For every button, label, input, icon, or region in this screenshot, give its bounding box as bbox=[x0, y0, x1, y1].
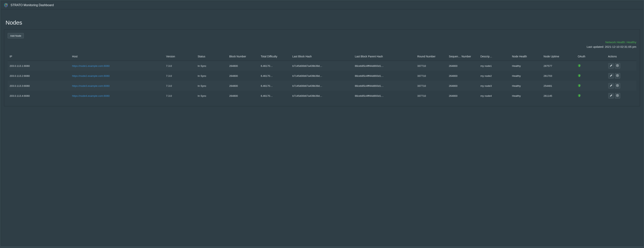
cell-actions bbox=[606, 71, 636, 81]
cell-last-block-parent-hash: 66ceb85c4fff44d893d1… bbox=[353, 61, 415, 71]
cell-last-block-hash: b7145d00b67a439b39d… bbox=[290, 71, 353, 81]
host-link[interactable]: https://node3.example.com:8080 bbox=[72, 84, 110, 87]
col-desc[interactable]: Descrip… bbox=[478, 53, 510, 61]
cell-status: In Sync bbox=[196, 71, 227, 81]
table-row: 203.0.113.4:8080 https://node4.example.c… bbox=[8, 91, 636, 101]
remove-node-button[interactable] bbox=[615, 63, 620, 69]
topbar: STRATO Monitoring Dashboard bbox=[1, 1, 643, 10]
cell-sequence-number: 264800 bbox=[447, 81, 478, 91]
cell-ip: 203.0.113.4:8080 bbox=[8, 91, 70, 101]
page-body: Nodes Add Node Network Health: Healthy L… bbox=[1, 10, 643, 114]
col-seq[interactable]: Sequen… Number bbox=[447, 53, 478, 61]
cell-last-block-hash: b7145d00b67a439b39d… bbox=[290, 81, 353, 91]
cell-block-number: 264800 bbox=[227, 71, 259, 81]
cell-actions bbox=[606, 81, 636, 91]
app-title: STRATO Monitoring Dashboard bbox=[10, 4, 54, 7]
remove-node-button[interactable] bbox=[615, 73, 620, 79]
remove-node-button[interactable] bbox=[615, 83, 620, 89]
cell-node-uptime: 287577 bbox=[542, 61, 576, 71]
col-status[interactable]: Status bbox=[196, 53, 227, 61]
col-actions[interactable]: Actions bbox=[606, 53, 636, 61]
cell-node-health: Healthy bbox=[510, 81, 542, 91]
col-uptime[interactable]: Node Uptime bbox=[542, 53, 576, 61]
cell-ip: 203.0.113.2:8080 bbox=[8, 71, 70, 81]
host-link[interactable]: https://node4.example.com:8080 bbox=[72, 94, 110, 97]
cell-version: 7.3.0 bbox=[164, 61, 196, 71]
remove-node-button[interactable] bbox=[615, 93, 620, 98]
cell-description: my node3 bbox=[478, 81, 510, 91]
edit-node-button[interactable] bbox=[608, 93, 614, 98]
cell-description: my node1 bbox=[478, 61, 510, 71]
cell-description: my node2 bbox=[478, 71, 510, 81]
col-host[interactable]: Host bbox=[70, 53, 164, 61]
add-node-button[interactable]: Add Node bbox=[8, 33, 24, 38]
cell-node-health: Healthy bbox=[510, 91, 542, 101]
cell-last-block-parent-hash: 66ceb85c4fff44d893d1… bbox=[353, 91, 415, 101]
col-round[interactable]: Round Number bbox=[415, 53, 447, 61]
cell-node-uptime: 261703 bbox=[542, 71, 576, 81]
cell-node-health: Healthy bbox=[510, 61, 542, 71]
shield-icon bbox=[578, 65, 581, 68]
cell-round-number: 337710 bbox=[415, 81, 447, 91]
cell-status: In Sync bbox=[196, 61, 227, 71]
cell-last-block-parent-hash: 66ceb85c4fff44d893d1… bbox=[353, 71, 415, 81]
pencil-icon bbox=[610, 74, 612, 78]
app-logo-icon bbox=[4, 3, 8, 8]
cell-sequence-number: 264800 bbox=[447, 61, 478, 71]
nodes-card: Add Node Network Health: Healthy Last up… bbox=[4, 29, 640, 106]
cell-ip: 203.0.113.3:8080 bbox=[8, 81, 70, 91]
col-oauth[interactable]: OAuth bbox=[576, 53, 606, 61]
edit-node-button[interactable] bbox=[608, 73, 614, 79]
close-circle-icon bbox=[616, 74, 619, 78]
edit-node-button[interactable] bbox=[608, 83, 614, 89]
close-circle-icon bbox=[616, 84, 619, 88]
cell-node-uptime: 254481 bbox=[542, 81, 576, 91]
col-ip[interactable]: IP bbox=[8, 53, 70, 61]
edit-node-button[interactable] bbox=[608, 63, 614, 69]
nodes-table: IP Host Version Status Block Number Tota… bbox=[8, 53, 636, 101]
cell-block-number: 264800 bbox=[227, 81, 259, 91]
close-circle-icon bbox=[616, 94, 619, 98]
cell-description: my node4 bbox=[478, 91, 510, 101]
cell-node-health: Healthy bbox=[510, 71, 542, 81]
col-diff[interactable]: Total Difficulty bbox=[259, 53, 290, 61]
col-health[interactable]: Node Health bbox=[510, 53, 542, 61]
cell-sequence-number: 264800 bbox=[447, 71, 478, 81]
col-block[interactable]: Block Number bbox=[227, 53, 259, 61]
cell-round-number: 337710 bbox=[415, 71, 447, 81]
cell-version: 7.3.0 bbox=[164, 91, 196, 101]
table-row: 203.0.113.3:8080 https://node3.example.c… bbox=[8, 81, 636, 91]
cell-version: 7.3.0 bbox=[164, 81, 196, 91]
cell-block-number: 264800 bbox=[227, 91, 259, 101]
cell-host: https://node4.example.com:8080 bbox=[70, 91, 164, 101]
cell-actions bbox=[606, 91, 636, 101]
cell-status: In Sync bbox=[196, 91, 227, 101]
shield-icon bbox=[578, 95, 581, 98]
cell-host: https://node1.example.com:8080 bbox=[70, 61, 164, 71]
cell-last-block-parent-hash: 66ceb85c4fff44d893d1… bbox=[353, 81, 415, 91]
cell-oauth bbox=[576, 61, 606, 71]
host-link[interactable]: https://node2.example.com:8080 bbox=[72, 75, 110, 77]
table-row: 203.0.113.2:8080 https://node2.example.c… bbox=[8, 71, 636, 81]
col-version[interactable]: Version bbox=[164, 53, 196, 61]
cell-oauth bbox=[576, 81, 606, 91]
cell-round-number: 337710 bbox=[415, 61, 447, 71]
host-link[interactable]: https://node1.example.com:8080 bbox=[72, 65, 110, 67]
col-hash1[interactable]: Last Block Hash bbox=[290, 53, 353, 61]
cell-actions bbox=[606, 61, 636, 71]
cell-host: https://node3.example.com:8080 bbox=[70, 81, 164, 91]
table-row: 203.0.113.1:8080 https://node1.example.c… bbox=[8, 61, 636, 71]
cell-oauth bbox=[576, 91, 606, 101]
cell-last-block-hash: b7145d00b67a439b39d… bbox=[290, 91, 353, 101]
shield-icon bbox=[578, 85, 581, 88]
close-circle-icon bbox=[616, 64, 619, 68]
cell-round-number: 337710 bbox=[415, 91, 447, 101]
cell-status: In Sync bbox=[196, 81, 227, 91]
pencil-icon bbox=[610, 94, 612, 98]
cell-oauth bbox=[576, 71, 606, 81]
col-hash2[interactable]: Last Block Parent Hash bbox=[353, 53, 415, 61]
cell-ip: 203.0.113.1:8080 bbox=[8, 61, 70, 71]
cell-block-number: 264800 bbox=[227, 61, 259, 71]
cell-node-uptime: 261145 bbox=[542, 91, 576, 101]
cell-last-block-hash: b7145d00b67a439b39d… bbox=[290, 61, 353, 71]
